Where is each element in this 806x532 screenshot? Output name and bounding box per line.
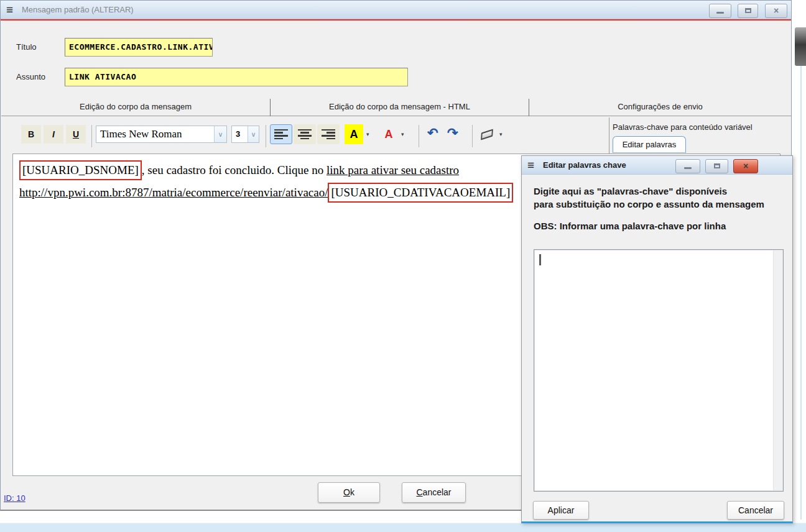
ok-button-label: O	[343, 487, 350, 497]
window-menu-icon[interactable]: ≡	[6, 3, 13, 17]
toolbar-separator	[472, 125, 473, 147]
font-family-value: Times New Roman	[100, 126, 213, 142]
background-window-fragment	[795, 27, 806, 66]
editor-text: , seu cadastro foi concluido. Clique no	[142, 163, 327, 177]
assunto-label: Assunto	[16, 68, 45, 86]
screen: ≡ Mensagem padrão (ALTERAR) × Título ECO…	[0, 0, 806, 532]
keywords-textarea[interactable]	[534, 249, 784, 492]
bold-button[interactable]: B	[21, 125, 41, 144]
window-menu-icon[interactable]: ≡	[527, 158, 534, 172]
chevron-down-icon[interactable]: ∨	[214, 126, 226, 142]
align-center-button[interactable]	[294, 124, 316, 144]
font-color-button[interactable]: A	[380, 124, 397, 144]
redo-icon[interactable]: ↷	[447, 126, 458, 140]
close-icon: ×	[743, 161, 748, 171]
panel-divider	[609, 117, 609, 154]
restore-icon	[714, 163, 720, 168]
chevron-down-icon[interactable]: ∨	[248, 126, 259, 142]
taskbar-strip	[0, 523, 806, 532]
keyword-usuario-cdativacaoemail: [USUARIO_CDATIVACAOEMAIL]	[328, 183, 513, 203]
chevron-down-icon[interactable]: ▾	[366, 131, 369, 137]
tab-configuracoes-envio[interactable]: Configurações de envio	[529, 99, 791, 116]
text-caret	[539, 254, 541, 265]
font-size-select[interactable]: 3 ∨	[231, 126, 259, 143]
record-id-link[interactable]: ID: 10	[4, 493, 25, 503]
italic-button[interactable]: I	[44, 125, 63, 144]
dialog-instructions-line1: Digite aqui as "palavras-chave" disponív…	[534, 186, 727, 196]
dialog-cancel-button[interactable]: Cancelar	[727, 501, 784, 520]
titulo-label: Título	[16, 38, 37, 57]
dialog-obs-line: OBS: Informar uma palavra-chave por linh…	[534, 221, 726, 231]
ok-button[interactable]: Ok	[318, 482, 380, 503]
dialog-titlebar[interactable]: ≡ Editar palavras chave ×	[522, 156, 792, 175]
cancel-button[interactable]: Cancelar	[402, 482, 466, 503]
cancel-button-label-rest: ancelar	[423, 487, 452, 497]
minimize-icon	[716, 12, 724, 14]
dialog-instructions-line2: para substituição no corpo e assunto da …	[534, 199, 764, 209]
align-right-icon	[322, 129, 335, 140]
main-window-title: Mensagem padrão (ALTERAR)	[22, 5, 134, 14]
tab-edicao-corpo-html[interactable]: Edição do corpo da mensagem - HTML	[271, 99, 529, 116]
titulo-field[interactable]: ECOMMERCE.CADASTRO.LINK.ATIV	[65, 38, 213, 57]
toolbar-separator	[266, 125, 266, 147]
chevron-down-icon[interactable]: ▾	[401, 131, 404, 137]
keyword-usuario-dsnome: [USUARIO_DSNOME]	[19, 160, 142, 180]
minimize-icon	[684, 167, 692, 169]
dialog-minimize-button[interactable]	[675, 159, 700, 173]
assunto-field[interactable]: LINK ATIVACAO	[65, 68, 408, 86]
close-icon: ×	[774, 6, 779, 16]
toolbar-separator	[91, 125, 92, 147]
close-button[interactable]: ×	[765, 4, 787, 18]
font-size-value: 3	[236, 126, 247, 142]
align-left-button[interactable]	[270, 124, 292, 144]
tabstrip: Edição do corpo da mensagem Edição do co…	[1, 99, 791, 116]
undo-icon[interactable]: ↶	[427, 126, 438, 140]
main-titlebar[interactable]: ≡ Mensagem padrão (ALTERAR) ×	[1, 1, 791, 19]
tab-edicao-corpo[interactable]: Edição do corpo da mensagem	[1, 99, 271, 116]
keywords-panel-label: Palavras-chave para conteúdo variável	[613, 122, 790, 132]
align-left-icon	[274, 129, 288, 140]
dialog-restore-button[interactable]	[705, 159, 728, 173]
editor-url: http://vpn.pwi.com.br:8787/matria/ecomme…	[19, 186, 328, 199]
align-center-icon	[298, 129, 312, 140]
cancel-button-label: C	[416, 487, 422, 497]
eraser-icon[interactable]	[481, 129, 493, 140]
editor-link-text: link para ativar seu cadastro	[327, 163, 459, 177]
title-accent-line	[1, 19, 791, 21]
underline-button[interactable]: U	[66, 125, 86, 144]
apply-button[interactable]: Aplicar	[533, 501, 589, 520]
chevron-down-icon[interactable]: ▾	[499, 131, 503, 137]
ok-button-label-rest: k	[350, 487, 354, 497]
minimize-button[interactable]	[709, 4, 731, 18]
dialog-title: Editar palavras chave	[543, 160, 626, 170]
font-family-select[interactable]: Times New Roman ∨	[96, 126, 227, 143]
toolbar-separator	[419, 125, 419, 147]
edit-keywords-button[interactable]: Editar palavras	[613, 136, 686, 153]
restore-button[interactable]	[738, 4, 758, 18]
align-right-button[interactable]	[317, 124, 340, 144]
background-window-edge	[800, 66, 802, 520]
scrollbar-track[interactable]	[773, 250, 782, 490]
restore-icon	[745, 8, 751, 13]
dialog-close-button[interactable]: ×	[733, 159, 758, 173]
edit-keywords-dialog: ≡ Editar palavras chave × Digite aqui as…	[521, 155, 793, 523]
highlight-color-button[interactable]: A	[345, 124, 363, 144]
